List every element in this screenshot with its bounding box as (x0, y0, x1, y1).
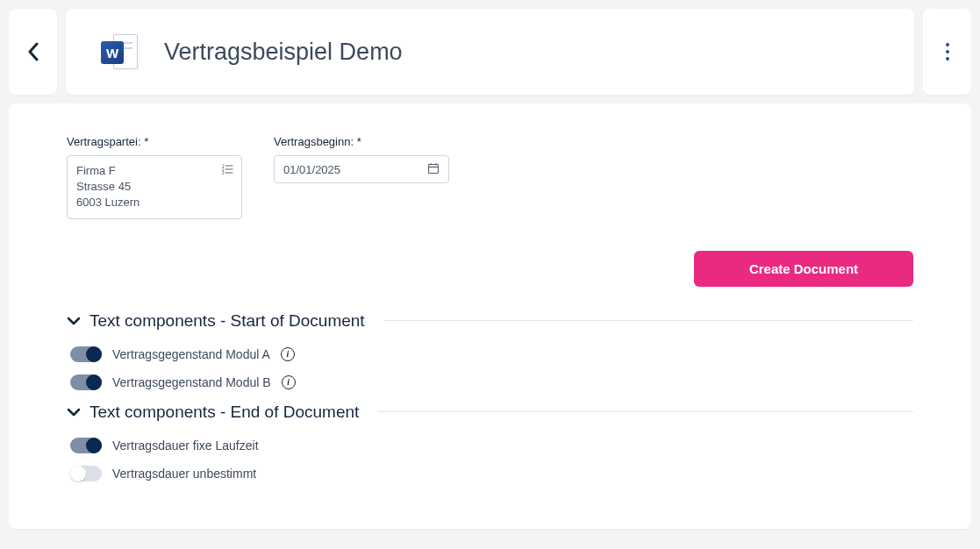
toggle-modul-a[interactable] (70, 346, 102, 362)
more-vertical-icon (946, 43, 949, 61)
chevron-down-icon (67, 316, 81, 326)
toggle-row-unbestimmt: Vertragsdauer unbestimmt (67, 466, 913, 481)
party-input[interactable]: Firma F Strasse 45 6003 Luzern 123 (67, 155, 242, 219)
toggle-row-fixe-laufzeit: Vertragsdauer fixe Laufzeit (67, 438, 913, 453)
toggle-row-modul-a: Vertragsgegenstand Modul A i (67, 346, 913, 362)
title-bar: W Vertragsbeispiel Demo (66, 9, 914, 95)
info-icon[interactable]: i (282, 375, 296, 389)
toggle-row-modul-b: Vertragsgegenstand Modul B i (67, 374, 913, 390)
startdate-field: Vertragsbeginn: * 01/01/2025 (274, 135, 449, 219)
party-line2: Strasse 45 (76, 179, 232, 195)
section-start-title: Text components - Start of Document (89, 311, 365, 331)
section-end-title: Text components - End of Document (89, 403, 359, 422)
startdate-input[interactable]: 01/01/2025 (274, 155, 449, 183)
party-line3: 6003 Luzern (76, 195, 232, 210)
toggle-label-fixe-laufzeit: Vertragsdauer fixe Laufzeit (112, 438, 259, 453)
chevron-down-icon (67, 407, 81, 417)
toggle-modul-b[interactable] (70, 374, 102, 390)
chevron-left-icon (27, 42, 39, 61)
party-field: Vertragspartei: * Firma F Strasse 45 600… (67, 135, 242, 219)
toggle-label-modul-a: Vertragsgegenstand Modul A (112, 347, 270, 361)
list-icon[interactable]: 123 (222, 163, 234, 180)
party-label: Vertragspartei: * (67, 135, 242, 148)
more-menu-button[interactable] (923, 9, 971, 95)
toggle-fixe-laufzeit[interactable] (70, 438, 102, 453)
divider (384, 320, 913, 321)
content-panel: Vertragspartei: * Firma F Strasse 45 600… (9, 103, 971, 529)
startdate-label: Vertragsbeginn: * (274, 135, 449, 148)
action-row: Create Document (67, 251, 913, 287)
word-icon: W (101, 34, 138, 69)
svg-rect-6 (429, 164, 439, 173)
page-title: Vertragsbeispiel Demo (164, 39, 403, 66)
toggle-label-modul-b: Vertragsgegenstand Modul B (112, 375, 271, 389)
info-icon[interactable]: i (281, 347, 295, 361)
section-end-header[interactable]: Text components - End of Document (67, 403, 913, 422)
back-button[interactable] (9, 9, 57, 95)
toggle-label-unbestimmt: Vertragsdauer unbestimmt (112, 467, 256, 481)
party-line1: Firma F (76, 163, 232, 179)
svg-text:3: 3 (222, 171, 225, 175)
startdate-value: 01/01/2025 (283, 163, 340, 176)
section-start-header[interactable]: Text components - Start of Document (67, 311, 913, 331)
section-start: Text components - Start of Document Vert… (67, 311, 913, 390)
form-row: Vertragspartei: * Firma F Strasse 45 600… (67, 135, 913, 219)
divider (378, 411, 913, 412)
section-end: Text components - End of Document Vertra… (67, 403, 913, 481)
calendar-icon (427, 162, 440, 177)
toggle-unbestimmt[interactable] (70, 466, 102, 481)
create-document-button[interactable]: Create Document (694, 251, 913, 287)
